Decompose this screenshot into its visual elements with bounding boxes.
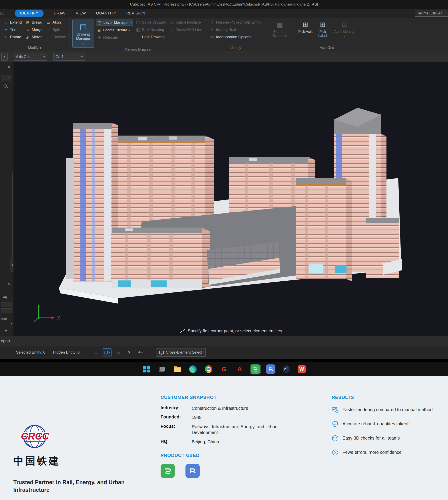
task-view-button[interactable]	[157, 364, 167, 374]
cubicost-tas-button[interactable]	[250, 364, 260, 374]
edge-icon	[189, 365, 197, 373]
mirror-button[interactable]: ◭Mirror	[24, 34, 43, 40]
cross-element-select-button[interactable]: Cross-Element Select	[156, 348, 206, 357]
report-tab-bar: eport	[0, 336, 448, 346]
autocad-button[interactable]: A	[234, 364, 245, 374]
svg-text:X: X	[57, 315, 60, 321]
split-button[interactable]: «Split	[45, 27, 67, 33]
left-panel-strip: × ▾ ◂ × Va onal ▲ ▸	[0, 62, 14, 336]
box-select-button[interactable]: ▢▾	[103, 349, 112, 356]
modify-group-label[interactable]: Modify▾	[3, 44, 67, 51]
selected-entity-count: Selected Entity: 0	[16, 350, 45, 355]
locate-picture-button[interactable]: ▣Locate Picture▾	[96, 27, 133, 33]
identify-text-button[interactable]: AIdentify Text	[209, 27, 262, 33]
extend-icon: ↔	[3, 20, 8, 25]
rotate-button[interactable]: ↻Rotate	[3, 34, 23, 40]
drawing-manager-button[interactable]: ▤ Drawing Manager ▾	[72, 19, 94, 48]
batch-replace-button[interactable]: ⇄Batch Replace	[169, 19, 203, 25]
dark-browser-button[interactable]	[281, 364, 292, 374]
result-item: Easy 3D checks for all teams	[332, 435, 441, 443]
chevron-down-icon: ▾	[344, 35, 345, 38]
panel-collapse-handle[interactable]: ◂	[10, 258, 14, 272]
snap-settings-button[interactable]: +▾	[136, 349, 145, 356]
chrome-icon	[205, 365, 212, 373]
panel-field[interactable]	[1, 302, 13, 307]
pick-label-button[interactable]: ⊞Pick Label	[315, 19, 331, 38]
wps-button[interactable]: W	[297, 364, 307, 374]
tendering-chart-icon	[332, 406, 339, 414]
split-drawing-button[interactable]: ◧Split Drawing	[135, 27, 167, 33]
align-button[interactable]: ☰Align	[45, 19, 67, 25]
cubicost-trb-product-icon	[185, 464, 200, 478]
overlap-icon: ◲	[116, 350, 120, 355]
chevron-down-icon: ▾	[109, 351, 110, 354]
search-icon[interactable]	[3, 84, 7, 87]
break-button[interactable]: ⊟Break	[24, 19, 43, 25]
chrome-button[interactable]	[203, 364, 214, 374]
chevron-down-icon: ▾	[141, 351, 143, 354]
view-mode-dropdown[interactable]: Ort-1▾	[53, 53, 85, 61]
panel-scrollbar[interactable]	[12, 173, 13, 267]
element-schedule-icon: ▦	[277, 21, 283, 29]
identification-options-button[interactable]: ⚙Identification Options	[209, 34, 262, 40]
auto-identify-button[interactable]: ⊡Auto-Identify▾	[332, 19, 356, 38]
snapshot-value: Railways, Infrastructure, Energy, and Ur…	[192, 424, 303, 435]
relocate-button[interactable]: ✚Relocate	[96, 35, 133, 40]
autocad-icon: A	[237, 365, 242, 373]
layer-manager-icon: ▤	[97, 20, 102, 25]
scale-drawing-button[interactable]: ◰Scale Drawing	[135, 19, 167, 25]
batch-replace-icon: ⇄	[170, 20, 175, 25]
pick-axis-button[interactable]: ⊞Pick Axis	[298, 19, 313, 34]
layer-manager-button[interactable]: ▤Layer Manager▾	[96, 19, 133, 26]
enclose-button[interactable]: ▭Enclose	[45, 34, 67, 40]
tab-identify[interactable]: IDENTIFY	[15, 10, 44, 17]
tab-draw[interactable]: DRAW	[54, 11, 65, 16]
tell-me-search-input[interactable]: Tell me (Ctrl+Alt	[415, 10, 448, 17]
panel-close-button[interactable]: ×	[8, 65, 10, 70]
overlap-select-button[interactable]: ◲	[114, 349, 123, 356]
tab-quantity[interactable]: QUANTITY	[96, 11, 116, 16]
restore-picked-cad-entity-button[interactable]: ↺Restore Picked CAD Entity	[209, 19, 262, 25]
prompt-text: Specify first corner point, or select el…	[188, 328, 282, 333]
scroll-up-icon[interactable]: ▲	[10, 322, 13, 325]
wps-icon: W	[298, 365, 306, 373]
trim-button[interactable]: ✂Trim	[3, 27, 23, 33]
panel-field[interactable]	[1, 308, 13, 313]
ortho-angle-button[interactable]: ∟	[92, 349, 100, 356]
panel-dropdown[interactable]: ▾	[1, 75, 11, 81]
auto-identify-icon: ⊡	[341, 21, 347, 29]
results-column: RESULTS Faster tendering compared to man…	[318, 376, 448, 500]
chevron-down-icon: ▾	[81, 55, 83, 58]
taskbar-gap	[0, 359, 448, 362]
edge-button[interactable]	[188, 364, 198, 374]
start-button[interactable]	[141, 364, 152, 374]
file-explorer-button[interactable]	[172, 364, 183, 374]
scale-drawing-icon: ◰	[135, 20, 140, 25]
divider	[318, 395, 318, 484]
crcc-logo: CRCC	[17, 423, 136, 452]
draw-cad-line-button[interactable]: ∕Draw CAD Line	[169, 27, 203, 33]
cubicost-trb-button[interactable]	[265, 364, 276, 374]
model-viewport[interactable]: X Specify first corner point, or select …	[14, 62, 448, 336]
glodon-app-button[interactable]: G	[219, 364, 229, 374]
lower-panel-close-button[interactable]: ×	[8, 281, 10, 286]
circle-x-icon	[332, 449, 339, 457]
tab-view[interactable]: VIEW	[76, 11, 86, 16]
chevron-down-icon: ▾	[43, 55, 45, 58]
hide-drawing-button[interactable]: ▱Hide Drawing	[135, 34, 167, 40]
screen-select-icon	[159, 351, 164, 354]
report-tab[interactable]: eport	[1, 339, 10, 343]
axis-grid-dropdown[interactable]: Axis Grid▾	[14, 53, 47, 61]
element-schedule-button[interactable]: ▦ Element Schedule	[268, 19, 292, 38]
folder-icon	[174, 367, 181, 372]
results-heading: RESULTS	[332, 395, 441, 400]
tab-model-partial[interactable]: DEL	[0, 11, 5, 16]
split-icon: «	[46, 27, 51, 32]
extend-button[interactable]: ↔Extend	[3, 19, 23, 25]
merge-button[interactable]: »Merge	[24, 27, 43, 33]
tab-revision[interactable]: REVISION	[126, 11, 145, 16]
mini-dropdown[interactable]: ▾	[1, 53, 8, 61]
panel-expand-button[interactable]: ▸	[5, 328, 7, 333]
chevron-down-icon: ▾	[4, 55, 5, 58]
deselect-button[interactable]: ✕	[125, 349, 134, 356]
